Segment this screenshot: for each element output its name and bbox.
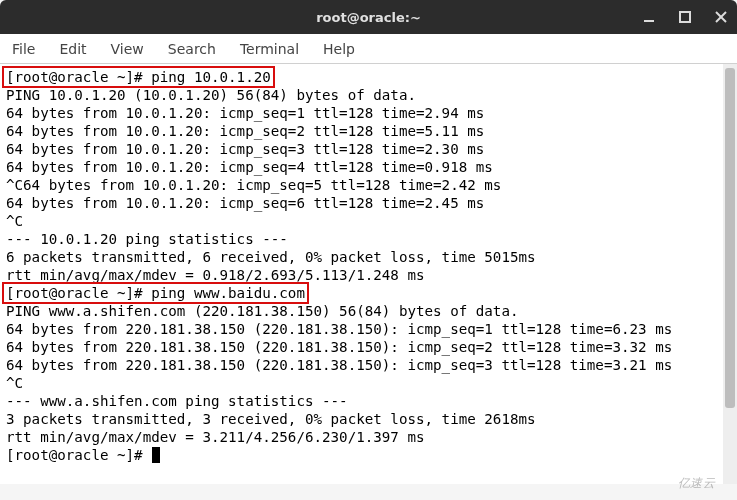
terminal-output[interactable]: [root@oracle ~]# ping 10.0.1.20PING 10.0… bbox=[0, 64, 737, 484]
terminal-line: PING 10.0.1.20 (10.0.1.20) 56(84) bytes … bbox=[6, 86, 731, 104]
terminal-line: --- www.a.shifen.com ping statistics --- bbox=[6, 392, 731, 410]
terminal-line: 64 bytes from 10.0.1.20: icmp_seq=6 ttl=… bbox=[6, 194, 731, 212]
window-title: root@oracle:~ bbox=[316, 10, 421, 25]
scrollbar-track[interactable] bbox=[723, 64, 737, 484]
terminal-line: 64 bytes from 10.0.1.20: icmp_seq=1 ttl=… bbox=[6, 104, 731, 122]
highlighted-command: [root@oracle ~]# ping 10.0.1.20 bbox=[2, 66, 275, 88]
terminal-line: 64 bytes from 10.0.1.20: icmp_seq=3 ttl=… bbox=[6, 140, 731, 158]
terminal-cursor bbox=[152, 447, 160, 463]
scrollbar-thumb[interactable] bbox=[725, 68, 735, 408]
svg-rect-1 bbox=[680, 12, 690, 22]
terminal-line: ^C bbox=[6, 212, 731, 230]
menu-terminal[interactable]: Terminal bbox=[240, 41, 299, 57]
terminal-line: 64 bytes from 220.181.38.150 (220.181.38… bbox=[6, 320, 731, 338]
titlebar: root@oracle:~ bbox=[0, 0, 737, 34]
terminal-line: --- 10.0.1.20 ping statistics --- bbox=[6, 230, 731, 248]
terminal-line: [root@oracle ~]# ping www.baidu.com bbox=[6, 284, 731, 302]
terminal-line: PING www.a.shifen.com (220.181.38.150) 5… bbox=[6, 302, 731, 320]
terminal-line: 64 bytes from 220.181.38.150 (220.181.38… bbox=[6, 356, 731, 374]
menu-edit[interactable]: Edit bbox=[59, 41, 86, 57]
svg-rect-0 bbox=[644, 20, 654, 22]
terminal-line: 64 bytes from 10.0.1.20: icmp_seq=2 ttl=… bbox=[6, 122, 731, 140]
terminal-line: ^C bbox=[6, 374, 731, 392]
terminal-line: [root@oracle ~]# bbox=[6, 446, 731, 464]
terminal-line: 6 packets transmitted, 6 received, 0% pa… bbox=[6, 248, 731, 266]
minimize-button[interactable] bbox=[641, 9, 657, 25]
close-button[interactable] bbox=[713, 9, 729, 25]
terminal-line: rtt min/avg/max/mdev = 3.211/4.256/6.230… bbox=[6, 428, 731, 446]
menu-search[interactable]: Search bbox=[168, 41, 216, 57]
terminal-line: 3 packets transmitted, 3 received, 0% pa… bbox=[6, 410, 731, 428]
window-controls bbox=[641, 0, 729, 34]
menu-help[interactable]: Help bbox=[323, 41, 355, 57]
highlighted-command: [root@oracle ~]# ping www.baidu.com bbox=[2, 282, 309, 304]
terminal-line: 64 bytes from 10.0.1.20: icmp_seq=4 ttl=… bbox=[6, 158, 731, 176]
terminal-line: ^C64 bytes from 10.0.1.20: icmp_seq=5 tt… bbox=[6, 176, 731, 194]
terminal-line: [root@oracle ~]# ping 10.0.1.20 bbox=[6, 68, 731, 86]
maximize-button[interactable] bbox=[677, 9, 693, 25]
menu-view[interactable]: View bbox=[111, 41, 144, 57]
menu-file[interactable]: File bbox=[12, 41, 35, 57]
menubar: File Edit View Search Terminal Help bbox=[0, 34, 737, 64]
terminal-line: 64 bytes from 220.181.38.150 (220.181.38… bbox=[6, 338, 731, 356]
